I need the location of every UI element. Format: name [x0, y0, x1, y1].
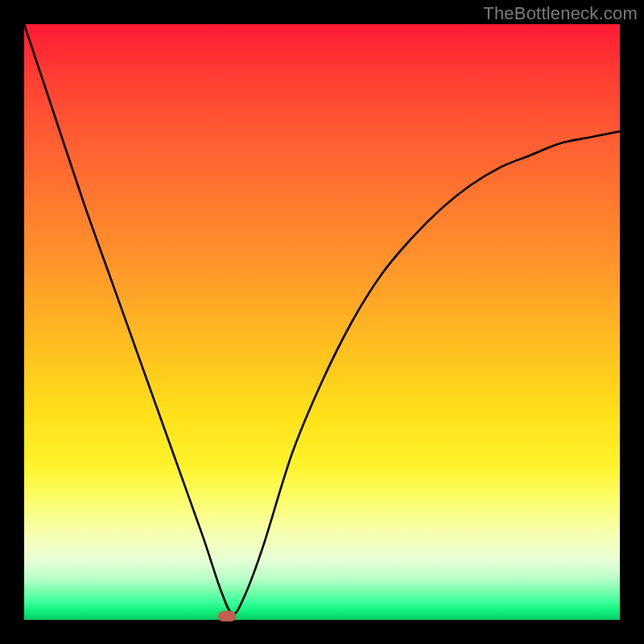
plot-area	[24, 24, 620, 620]
watermark-text: TheBottleneck.com	[483, 3, 638, 24]
chart-frame: TheBottleneck.com	[0, 0, 644, 644]
bottleneck-curve	[24, 24, 620, 620]
minimum-marker	[218, 611, 236, 621]
